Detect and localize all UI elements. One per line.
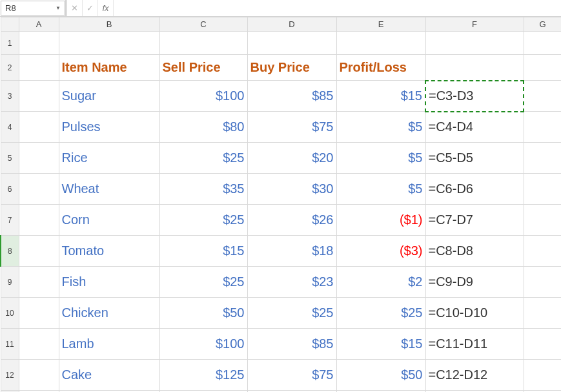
cell-C10[interactable]: $50: [159, 298, 247, 329]
col-header-B[interactable]: B: [59, 17, 159, 32]
row-header-2[interactable]: 2: [1, 55, 19, 81]
row-header-9[interactable]: 9: [1, 267, 19, 298]
cell-G7[interactable]: [524, 205, 561, 236]
cell-G2[interactable]: [524, 55, 561, 81]
cell-C8[interactable]: $15: [159, 236, 247, 267]
cell-G12[interactable]: [524, 360, 561, 391]
cell-B4[interactable]: Pulses: [59, 112, 159, 143]
cell-G1[interactable]: [524, 32, 561, 55]
cell-E12[interactable]: $50: [336, 360, 425, 391]
cell-D7[interactable]: $26: [247, 205, 336, 236]
cell-A10[interactable]: [19, 298, 59, 329]
cell-C6[interactable]: $35: [159, 174, 247, 205]
cell-A6[interactable]: [19, 174, 59, 205]
cell-F7[interactable]: =C7-D7: [425, 205, 524, 236]
cell-B1[interactable]: [59, 32, 159, 55]
col-header-F[interactable]: F: [425, 17, 524, 32]
col-header-D[interactable]: D: [247, 17, 336, 32]
cell-A1[interactable]: [19, 32, 59, 55]
cell-B5[interactable]: Rice: [59, 143, 159, 174]
row-header-7[interactable]: 7: [1, 205, 19, 236]
cell-C11[interactable]: $100: [159, 329, 247, 360]
cell-D6[interactable]: $30: [247, 174, 336, 205]
cell-F8[interactable]: =C8-D8: [425, 236, 524, 267]
cell-C3[interactable]: $100: [159, 81, 247, 112]
col-header-C[interactable]: C: [159, 17, 247, 32]
cell-A9[interactable]: [19, 267, 59, 298]
cell-D1[interactable]: [247, 32, 336, 55]
row-header-10[interactable]: 10: [1, 298, 19, 329]
cell-G9[interactable]: [524, 267, 561, 298]
cell-G8[interactable]: [524, 236, 561, 267]
cell-D10[interactable]: $25: [247, 298, 336, 329]
cell-A7[interactable]: [19, 205, 59, 236]
cell-E11[interactable]: $15: [336, 329, 425, 360]
cell-F11[interactable]: =C11-D11: [425, 329, 524, 360]
cell-E3[interactable]: $15: [336, 81, 425, 112]
cell-E7[interactable]: ($1): [336, 205, 425, 236]
cell-B2[interactable]: Item Name: [59, 55, 159, 81]
cell-F9[interactable]: =C9-D9: [425, 267, 524, 298]
cell-E10[interactable]: $25: [336, 298, 425, 329]
cell-G10[interactable]: [524, 298, 561, 329]
cell-G6[interactable]: [524, 174, 561, 205]
cell-A12[interactable]: [19, 360, 59, 391]
cell-A2[interactable]: [19, 55, 59, 81]
row-header-11[interactable]: 11: [1, 329, 19, 360]
cell-B10[interactable]: Chicken: [59, 298, 159, 329]
cell-D9[interactable]: $23: [247, 267, 336, 298]
row-header-4[interactable]: 4: [1, 112, 19, 143]
row-header-3[interactable]: 3: [1, 81, 19, 112]
cell-G5[interactable]: [524, 143, 561, 174]
cell-B8[interactable]: Tomato: [59, 236, 159, 267]
cell-E2[interactable]: Profit/Loss: [336, 55, 425, 81]
cell-C2[interactable]: Sell Price: [159, 55, 247, 81]
cell-B11[interactable]: Lamb: [59, 329, 159, 360]
cell-B7[interactable]: Corn: [59, 205, 159, 236]
cell-D8[interactable]: $18: [247, 236, 336, 267]
col-header-G[interactable]: G: [524, 17, 561, 32]
col-header-A[interactable]: A: [19, 17, 59, 32]
cell-A5[interactable]: [19, 143, 59, 174]
col-header-E[interactable]: E: [336, 17, 425, 32]
cell-B3[interactable]: Sugar: [59, 81, 159, 112]
cell-F5[interactable]: =C5-D5: [425, 143, 524, 174]
cell-A8[interactable]: [19, 236, 59, 267]
chevron-down-icon[interactable]: ▼: [53, 5, 61, 11]
cell-C1[interactable]: [159, 32, 247, 55]
cell-E8[interactable]: ($3): [336, 236, 425, 267]
cell-D12[interactable]: $75: [247, 360, 336, 391]
cell-E4[interactable]: $5: [336, 112, 425, 143]
cell-D5[interactable]: $20: [247, 143, 336, 174]
cell-C12[interactable]: $125: [159, 360, 247, 391]
cell-G4[interactable]: [524, 112, 561, 143]
cell-A4[interactable]: [19, 112, 59, 143]
name-box[interactable]: R8 ▼: [1, 1, 65, 15]
row-header-6[interactable]: 6: [1, 174, 19, 205]
cell-C4[interactable]: $80: [159, 112, 247, 143]
select-all-button[interactable]: [1, 17, 19, 32]
cell-D4[interactable]: $75: [247, 112, 336, 143]
cell-E9[interactable]: $2: [336, 267, 425, 298]
cell-A3[interactable]: [19, 81, 59, 112]
cell-F1[interactable]: [425, 32, 524, 55]
cell-B12[interactable]: Cake: [59, 360, 159, 391]
cell-A11[interactable]: [19, 329, 59, 360]
cell-D2[interactable]: Buy Price: [247, 55, 336, 81]
cell-B6[interactable]: Wheat: [59, 174, 159, 205]
cell-F2[interactable]: [425, 55, 524, 81]
row-header-8[interactable]: 8: [1, 236, 19, 267]
cell-F12[interactable]: =C12-D12: [425, 360, 524, 391]
enter-button[interactable]: ✓: [83, 0, 98, 16]
cancel-button[interactable]: ✕: [67, 0, 83, 16]
formula-input[interactable]: [114, 0, 561, 16]
cell-C5[interactable]: $25: [159, 143, 247, 174]
cell-F10[interactable]: =C10-D10: [425, 298, 524, 329]
cell-G3[interactable]: [524, 81, 561, 112]
cell-C7[interactable]: $25: [159, 205, 247, 236]
row-header-12[interactable]: 12: [1, 360, 19, 391]
cell-C9[interactable]: $25: [159, 267, 247, 298]
insert-function-button[interactable]: fx: [98, 0, 114, 16]
cell-B9[interactable]: Fish: [59, 267, 159, 298]
row-header-5[interactable]: 5: [1, 143, 19, 174]
